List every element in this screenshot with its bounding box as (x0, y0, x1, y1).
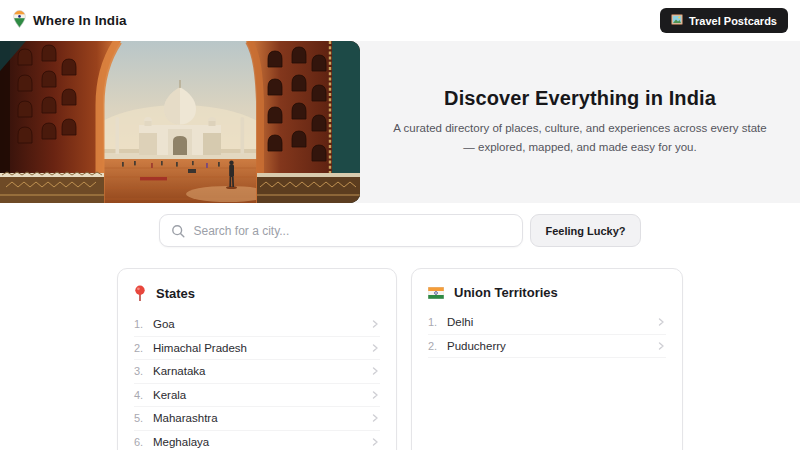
top-header: Where In India Travel Postcards (0, 0, 800, 41)
row-number: 6. (134, 436, 153, 448)
city-search-box[interactable] (159, 214, 523, 247)
ut-name: Puducherry (447, 340, 656, 352)
state-row-meghalaya[interactable]: 6. Meghalaya (134, 431, 380, 450)
brand-logo[interactable]: Where In India (13, 10, 127, 32)
travel-postcards-label: Travel Postcards (689, 15, 777, 27)
india-pin-logo-icon (13, 10, 26, 32)
state-name: Karnataka (153, 365, 370, 377)
state-row-goa[interactable]: 1. Goa (134, 313, 380, 337)
row-number: 1. (134, 318, 153, 330)
hero-subtitle-line2: — explored, mapped, and made easy for yo… (463, 141, 696, 153)
row-number: 2. (134, 342, 153, 354)
state-name: Goa (153, 318, 370, 330)
city-search-input[interactable] (193, 224, 511, 238)
state-row-karnataka[interactable]: 3. Karnataka (134, 360, 380, 384)
hero-subtitle-line1: A curated directory of places, culture, … (393, 122, 766, 134)
chevron-right-icon (370, 437, 380, 447)
states-card: States 1. Goa 2. Himachal Pradesh 3. Kar… (117, 268, 397, 450)
travel-postcards-button[interactable]: Travel Postcards (660, 8, 788, 33)
state-name: Meghalaya (153, 436, 370, 448)
state-row-himachal-pradesh[interactable]: 2. Himachal Pradesh (134, 337, 380, 361)
hero-copy: Discover Everything in India A curated d… (360, 41, 800, 203)
states-card-header: States (134, 282, 380, 313)
chevron-right-icon (656, 317, 666, 327)
row-number: 2. (428, 340, 447, 352)
india-flag-icon (428, 287, 444, 299)
chevron-right-icon (370, 366, 380, 376)
taj-mahal-archway-photo (0, 41, 360, 203)
chevron-right-icon (370, 343, 380, 353)
feeling-lucky-button[interactable]: Feeling Lucky? (530, 214, 640, 247)
row-number: 1. (428, 316, 447, 328)
row-number: 5. (134, 412, 153, 424)
brand-name: Where In India (33, 13, 127, 28)
state-name: Kerala (153, 389, 370, 401)
state-row-maharashtra[interactable]: 5. Maharashtra (134, 407, 380, 431)
row-number: 3. (134, 365, 153, 377)
state-name: Maharashtra (153, 412, 370, 424)
search-icon (171, 224, 185, 238)
framed-picture-icon (671, 14, 683, 27)
hero-title: Discover Everything in India (444, 87, 716, 110)
ut-name: Delhi (447, 316, 656, 328)
ut-row-puducherry[interactable]: 2. Puducherry (428, 335, 666, 359)
state-name: Himachal Pradesh (153, 342, 370, 354)
union-territories-card-title: Union Territories (454, 285, 558, 300)
union-territories-card-header: Union Territories (428, 282, 666, 311)
chevron-right-icon (370, 413, 380, 423)
hero-section: Discover Everything in India A curated d… (0, 41, 800, 203)
ut-row-delhi[interactable]: 1. Delhi (428, 311, 666, 335)
hero-subtitle: A curated directory of places, culture, … (393, 119, 766, 156)
search-section: Feeling Lucky? (0, 203, 800, 268)
directory-cards: States 1. Goa 2. Himachal Pradesh 3. Kar… (0, 268, 800, 450)
red-pushpin-icon (134, 285, 146, 302)
state-row-kerala[interactable]: 4. Kerala (134, 384, 380, 408)
states-card-title: States (156, 286, 195, 301)
chevron-right-icon (370, 390, 380, 400)
chevron-right-icon (370, 319, 380, 329)
union-territories-card: Union Territories 1. Delhi 2. Puducherry (411, 268, 683, 450)
row-number: 4. (134, 389, 153, 401)
chevron-right-icon (656, 341, 666, 351)
